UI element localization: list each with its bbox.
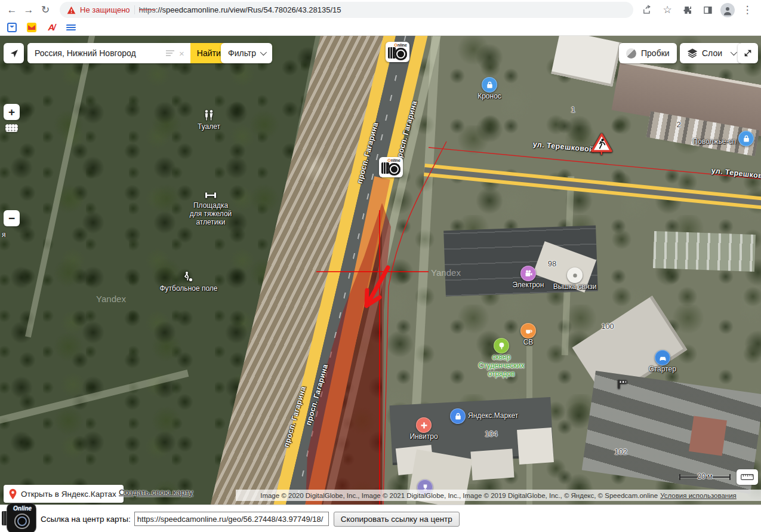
building-number: 104 [485, 429, 498, 438]
film-icon [520, 266, 536, 281]
clipped-map-label: я [2, 230, 6, 239]
url-rest: ://speedcamonline.ru/view/Rus/54.78026/4… [156, 5, 341, 14]
poi-label: Туалет [198, 122, 220, 131]
side-panel-icon[interactable] [700, 2, 716, 18]
security-warning-icon [67, 6, 76, 14]
bookmark-favicon-mail[interactable] [7, 23, 17, 32]
car-icon [655, 350, 670, 365]
fullscreen-button[interactable] [738, 43, 758, 63]
bookmarks-bar: A̸ [0, 20, 761, 36]
bag-icon [450, 408, 466, 424]
layers-icon [687, 48, 698, 59]
map-attribution: Image © 2020 DigitalGlobe, Inc., Image ©… [236, 490, 761, 501]
poi-label: Вышка связи [553, 282, 597, 291]
geolocation-button[interactable] [4, 43, 24, 63]
zoom-in-button[interactable]: + [4, 104, 20, 120]
search-input[interactable] [27, 43, 166, 63]
share-icon[interactable] [639, 2, 655, 18]
filter-button[interactable]: Фильтр [221, 43, 272, 63]
chevron-down-icon [731, 49, 737, 56]
poi-label: Электрон [513, 281, 544, 289]
building-roof [689, 416, 727, 456]
map-canvas[interactable]: OnlineOnlineТуалетПлощадкадля тяжелойатл… [0, 36, 761, 505]
profile-avatar[interactable] [720, 3, 735, 17]
speed-camera-icon: Online [386, 42, 409, 62]
camera-lens-icon [14, 513, 30, 529]
map-pin-icon [8, 488, 17, 500]
pedsign-icon [591, 133, 612, 155]
cross-icon [416, 417, 432, 433]
search-list-icon[interactable] [166, 49, 174, 57]
open-in-yandex-maps-button[interactable]: Открыть в Яндекс.Картах [4, 485, 124, 503]
copy-center-link-button[interactable]: Скопировать ссылку на центр [334, 512, 460, 527]
url-scheme-struck: https [139, 5, 156, 14]
barrier-icon [617, 379, 628, 390]
dot-icon [567, 267, 583, 283]
poi-label: Инвитро [409, 432, 438, 441]
url-text: https://speedcamonline.ru/view/Rus/54.78… [139, 5, 341, 14]
bookmark-star-icon[interactable]: ☆ [660, 2, 675, 18]
poi-label: СВ [523, 338, 534, 346]
layers-label: Слои [702, 48, 722, 58]
address-bar[interactable]: Не защищено https://speedcamonline.ru/vi… [60, 2, 633, 18]
building-number: 2 [676, 120, 680, 129]
building-number: 1 [571, 105, 575, 114]
building-number: 100 [601, 322, 614, 331]
building-number: 102 [614, 447, 627, 456]
center-link-input[interactable] [134, 512, 329, 526]
center-link-label: Ссылка на центр карты: [41, 515, 131, 524]
create-your-map-link[interactable]: Создать свою карту [119, 488, 193, 497]
logo-online-text: Online [13, 505, 32, 512]
attribution-text: Image © 2020 DigitalGlobe, Inc., Image ©… [260, 492, 658, 499]
filter-label: Фильтр [228, 48, 256, 58]
building-roof [470, 449, 514, 481]
toolbar-right-icons: ☆ ⋮ [639, 2, 757, 18]
extensions-puzzle-icon[interactable] [680, 2, 695, 18]
map-scale: 20 м [679, 472, 731, 481]
traffic-light-icon [626, 48, 636, 59]
poi-label: скверСтуденческихотрядов [478, 353, 524, 378]
terms-of-use-link[interactable]: Условия использования [660, 492, 737, 499]
poi-label: Площадкадля тяжелойатлетики [190, 201, 232, 226]
traffic-toggle-button[interactable]: Пробки [619, 43, 677, 63]
poi-label: Кронос [477, 92, 501, 100]
open-in-yandex-maps-label: Открыть в Яндекс.Картах [21, 490, 116, 499]
measure-ruler-button[interactable] [737, 469, 758, 485]
back-button[interactable]: ← [4, 2, 20, 19]
yandex-watermark: Yandex [96, 294, 126, 304]
yandex-watermark: Yandex [431, 267, 461, 278]
speed-camera-icon: Online [379, 157, 403, 177]
bag-icon [482, 77, 497, 93]
bookmark-favicon-yandex-mail[interactable] [27, 23, 36, 32]
chevron-down-icon [260, 49, 267, 56]
search-aux-icons: × [166, 48, 190, 59]
poi-label: Яндекс.Маркет [468, 411, 518, 420]
link-bar: Online Ссылка на центр карты: Скопироват… [0, 505, 761, 532]
traffic-label: Пробки [641, 48, 670, 58]
poi-label: Стартер [649, 365, 676, 373]
menu-kebab-icon[interactable]: ⋮ [740, 2, 755, 18]
security-warning-text: Не защищено [80, 5, 130, 14]
soccer-icon [181, 270, 196, 284]
forward-button[interactable]: → [20, 2, 37, 19]
zoom-out-button[interactable]: − [4, 210, 20, 226]
search-clear-icon[interactable]: × [179, 48, 184, 59]
layers-button[interactable]: Слои [680, 43, 742, 63]
tree-icon [494, 338, 509, 353]
parking-lot [653, 231, 756, 272]
speedcam-online-logo: Online [7, 503, 36, 532]
browser-toolbar: ← → ↻ Не защищено https://speedcamonline… [0, 0, 761, 20]
zoom-slider-handle[interactable] [5, 124, 18, 132]
coffee-icon [520, 323, 536, 339]
wc-icon [202, 108, 216, 122]
building-roof [517, 428, 554, 465]
search-panel: × Найти [27, 43, 227, 63]
building-number: 98 [548, 259, 556, 268]
scale-label: 20 м [696, 472, 714, 481]
bookmark-favicon-bank[interactable] [66, 23, 76, 32]
bag-icon [738, 131, 754, 146]
bookmark-favicon-aliexpress[interactable]: A̸ [47, 23, 56, 32]
reload-button[interactable]: ↻ [37, 2, 54, 19]
poi-label: Футбольное поле [159, 284, 217, 293]
browser-chrome: ← → ↻ Не защищено https://speedcamonline… [0, 0, 761, 36]
